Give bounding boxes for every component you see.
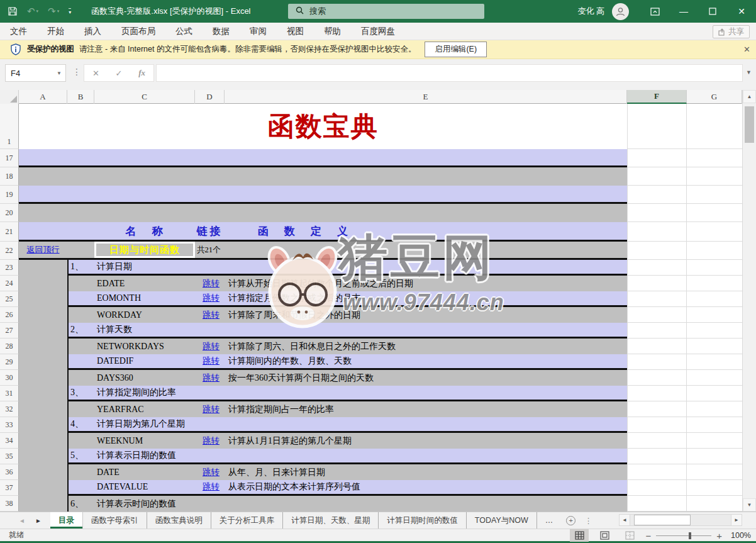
tab-help[interactable]: 帮助 [314,23,351,40]
row-header-27[interactable]: 27 [0,323,19,339]
back-to-top-link[interactable]: 返回顶行 [27,244,60,255]
new-sheet-icon[interactable]: + [561,512,581,529]
zoom-level[interactable]: 100% [728,531,751,540]
jump-link[interactable]: 跳转 [203,467,220,477]
row-header-28[interactable]: 28 [0,339,19,354]
header-definition-cell[interactable]: 函 数 定 义 [225,224,627,238]
scroll-down-icon[interactable]: ▼ [743,498,756,512]
function-desc-cell[interactable]: 计算指定期间占一年的比率 [226,404,627,415]
vertical-scroll-thumb[interactable] [745,106,754,143]
expand-formula-bar-icon[interactable]: ▼ [746,69,752,76]
row-header-33[interactable]: 33 [0,417,19,433]
zoom-in-icon[interactable]: + [716,530,722,541]
avatar[interactable] [612,3,629,20]
function-desc-cell[interactable]: 按一年360天计算两个日期之间的天数 [226,372,627,384]
column-header-f-selected[interactable]: F [627,90,687,104]
maximize-button[interactable] [698,0,727,23]
section-title-cell[interactable]: 计算指定期间的比率 [96,387,196,398]
column-header-g[interactable]: G [687,90,742,104]
section-number-cell[interactable]: 3、 [69,387,96,398]
jump-link[interactable]: 跳转 [203,293,220,303]
select-all-corner[interactable] [0,90,19,104]
customize-qat-icon[interactable]: ▾ [69,8,71,15]
close-button[interactable]: ✕ [727,0,756,23]
tab-file[interactable]: 文件 [0,23,37,40]
banner-close-icon[interactable]: ✕ [743,45,750,54]
section-title-cell[interactable]: 计算日期 [96,261,196,272]
sheet-tab-contents[interactable]: 目录 [50,512,83,529]
row-header-29[interactable]: 29 [0,354,19,370]
function-desc-cell[interactable]: 计算期间内的年数、月数、天数 [226,355,627,367]
function-name-cell[interactable]: WEEKNUM [96,436,196,446]
section-number-cell[interactable]: 1、 [69,261,96,272]
sheet-tab-today-now[interactable]: TODAY与NOW [467,512,537,529]
category-title-cell[interactable]: 日期与时间函数 [94,242,195,258]
function-name-cell[interactable]: EOMONTH [96,293,196,303]
function-desc-cell[interactable]: 从表示日期的文本来计算序列号值 [226,481,627,493]
jump-link[interactable]: 跳转 [203,373,220,383]
tab-baidu-netdisk[interactable]: 百度网盘 [351,23,405,40]
jump-link[interactable]: 跳转 [203,482,220,491]
jump-link[interactable]: 跳转 [203,356,220,366]
tab-insert[interactable]: 插入 [74,23,111,40]
function-name-cell[interactable]: EDATE [96,279,196,289]
column-header-b[interactable]: B [67,90,94,104]
sheet-tab-truncated[interactable]: … [537,512,562,529]
category-count-cell[interactable]: 共21个 [195,242,225,258]
sheet-tab-analysis-toolpak[interactable]: 关于分析工具库 [211,512,284,529]
row-header-24[interactable]: 24 [0,276,19,291]
account-name[interactable]: 变化 高 [577,6,604,17]
enter-formula-icon[interactable]: ✓ [116,69,123,78]
function-desc-cell[interactable]: 计算除了周六、日和休息日之外的工作天数 [226,341,627,352]
row-header-17[interactable]: 17 [0,149,19,167]
jump-link[interactable]: 跳转 [203,405,220,414]
jump-link[interactable]: 跳转 [203,436,220,445]
function-desc-cell[interactable]: 计算指定月份数之前或之后的月末 [226,293,627,304]
sheet-tab-guide[interactable]: 函数宝典说明 [147,512,211,529]
cancel-formula-icon[interactable]: ✕ [92,69,99,78]
section-title-cell[interactable]: 计算表示时间的数值 [96,498,196,510]
function-name-cell[interactable]: NETWORKDAYS [96,342,196,352]
row-header-21[interactable]: 21 [0,222,19,242]
function-desc-cell[interactable]: 计算从开始日期算起的数个月之前或之后的日期 [226,278,627,289]
ribbon-display-options-icon[interactable] [640,0,669,23]
sheet-tab-date-days-week[interactable]: 计算日期、天数、星期 [283,512,379,529]
tab-pagelayout[interactable]: 页面布局 [111,23,165,40]
scroll-left-icon[interactable]: ◄ [619,514,630,526]
sheet-tab-alpha-index[interactable]: 函数字母索引 [83,512,147,529]
row-header-26[interactable]: 26 [0,307,19,323]
row-header-35[interactable]: 35 [0,449,19,464]
page-layout-view-icon[interactable] [595,529,614,542]
scroll-up-icon[interactable]: ▲ [743,90,756,103]
zoom-slider[interactable] [656,535,711,536]
tab-home[interactable]: 开始 [37,23,74,40]
zoom-slider-thumb[interactable] [689,532,691,539]
section-number-cell[interactable]: 2、 [69,324,96,335]
section-title-cell[interactable]: 计算表示日期的数值 [96,450,196,461]
sheet-nav-right-icon[interactable]: ► [35,517,42,524]
section-title-cell[interactable]: 计算日期为第几个星期 [96,418,196,430]
header-link-cell[interactable]: 链接 [195,224,225,238]
function-name-cell[interactable]: DATEDIF [96,356,196,366]
name-box-dropdown-icon[interactable]: ▼ [53,65,65,81]
row-header-38[interactable]: 38 [0,496,19,512]
section-title-cell[interactable]: 计算天数 [96,324,196,335]
save-icon[interactable] [8,6,18,16]
page-break-preview-icon[interactable] [620,529,639,542]
jump-link[interactable]: 跳转 [203,310,220,320]
function-name-cell[interactable]: DAYS360 [96,373,196,383]
row-header-36[interactable]: 36 [0,464,19,480]
undo-icon[interactable]: ↶▾ [27,6,38,17]
jump-link[interactable]: 跳转 [203,342,220,351]
insert-function-icon[interactable]: fx [138,68,145,78]
row-header-22[interactable]: 22 [0,242,19,260]
column-header-e[interactable]: E [225,90,627,104]
column-header-c[interactable]: C [94,90,195,104]
header-name-cell[interactable]: 名 称 [94,224,195,238]
normal-view-icon[interactable] [570,529,589,542]
function-desc-cell[interactable]: 计算从1月1日算起的第几个星期 [226,435,627,447]
minimize-button[interactable]: — [669,0,698,23]
horizontal-scroll-thumb[interactable] [634,515,691,525]
scroll-right-icon[interactable]: ► [731,514,742,526]
tab-data[interactable]: 数据 [203,23,240,40]
